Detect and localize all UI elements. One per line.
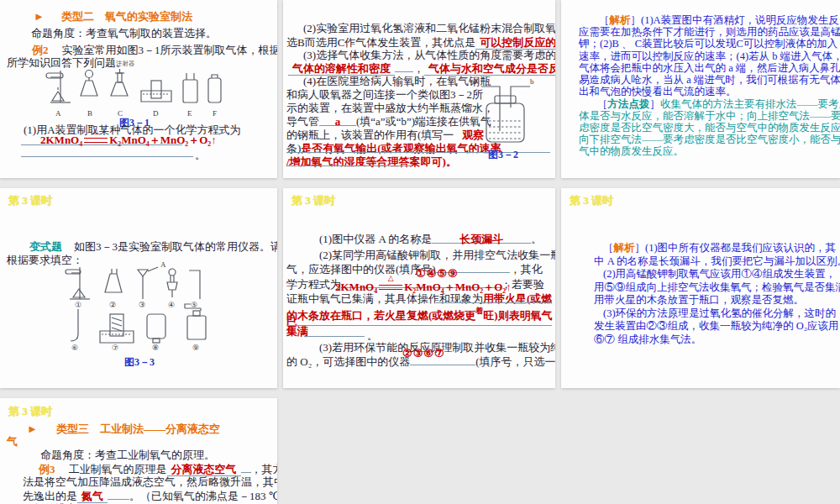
slide-type3-industrial: 第 3 课时 ►类型三 工业制法——分离液态空 气 命题角度：考查工业制氧气的原… <box>0 398 277 504</box>
slide-fill-in-questions: 第 3 课时 (1)图中仪器 A 的名称是长颈漏斗。 (2)某同学用高锰酸钾制取… <box>283 188 555 388</box>
item-label-7: ⑦ <box>112 344 118 352</box>
example2-line: 例2实验室常用如图3－1所示装置制取气体，根据 <box>32 44 277 56</box>
q1-line: (1)图中仪器 A 的名称是长颈漏斗。 <box>319 233 542 245</box>
tube-a-label: a <box>473 77 476 86</box>
lesson-badge: 第 3 课时 <box>570 193 613 208</box>
q2-text3: ，其化 <box>510 263 543 276</box>
item-a-pointer-label: A <box>160 260 166 269</box>
q4-line5: 的钢瓶上，该装置的作用有(填写一观察 <box>286 129 484 141</box>
example3-text: 工业制氧气的原理是 <box>69 463 167 475</box>
answer-underline <box>304 336 365 337</box>
q3-answer-2: 气体与水和空气成分是否反应 <box>424 62 555 76</box>
analysis2-text-2: (2)用高锰酸钾制取氧气应该用①④组成发生装置， <box>603 268 836 280</box>
slide-questions-2-3-4: (2)实验室用过氧化氢溶液和二氧化锰粉末混合制取氧气，不 选B而选用C作气体发生… <box>283 0 555 178</box>
lesson-badge: 第 3 课时 <box>8 404 52 419</box>
analysis2-line-1: 中 A 的名称是长颈漏斗，我们要把它与漏斗加以区别。 <box>594 255 840 268</box>
example3-answer-1: 分离液态空气 <box>167 463 241 476</box>
method-label: 方法点拨 <box>608 98 650 110</box>
variation-text-wrap: 根据要求填空： <box>7 254 83 266</box>
figure-3-3-apparatus: A ① ② ③ ④ ⑤ ⑥ ⑦ ⑧ ⑨ <box>46 265 256 353</box>
item-label-5: ⑤ <box>191 301 197 309</box>
variation-heading: 变式题如图3－3是实验室制取气体的常用仪器。请 <box>29 240 277 253</box>
q1-period: 。 <box>531 233 542 245</box>
q2-answer-line2: 的木条放在瓶口，若火星复燃(或燃烧更着旺)则表明氧气 <box>286 305 553 322</box>
analysis-text-6: 出和气泡的快慢看出气流的速率。 <box>579 86 737 97</box>
item-label-1: ① <box>75 301 81 309</box>
example3-line2: 法是将空气加压降温成液态空气，然后略微升温，其中 <box>23 475 277 488</box>
q4-text2: 和病人吸氧器之间连接一个类似图3－2所 <box>286 88 483 101</box>
example3-line: 例3工业制氧气的原理是分离液态空气，其方 <box>39 462 277 475</box>
example3-answer-2: 氮气 <box>77 490 108 503</box>
type2-heading: ►类型二 氧气的实验室制法 <box>34 10 192 23</box>
apparatus-label-b: B <box>87 109 92 118</box>
apparatus-drawing-3-1 <box>44 67 228 108</box>
bracket-open: ［ <box>599 14 610 26</box>
lesson-badge: 第 3 课时 <box>291 193 335 208</box>
analysis-line-3: 速率，进而可以控制反应的速率；(4)若从 b 端进入气体， <box>579 50 840 63</box>
delta-condition: △ <box>93 128 99 135</box>
period-mark: 。 <box>195 149 206 161</box>
bracket-open: ［ <box>603 242 614 254</box>
type2-title: 类型二 氧气的实验室制法 <box>61 10 192 23</box>
q3-answers-line: 气体的溶解性和密度，气体与水和空气成分是否反应。 <box>288 61 555 75</box>
method-line-3: 向下排空气法——要考虑密度是否比空气密度小，能否与空 <box>579 134 840 146</box>
exam-angle-line: 命题角度：考查工业制氧气的原理。 <box>40 449 215 461</box>
type3-title-wrap: 气 <box>7 435 18 448</box>
method-text-3: 向下排空气法——要考虑密度是否比空气密度小，能否与空 <box>579 134 840 145</box>
q3-text3: (填序号，只选一组)。 <box>475 355 555 368</box>
figure-3-2-bottle: a b 图3－2 <box>475 81 537 158</box>
blank-line <box>241 462 251 473</box>
double-line-icon <box>379 285 402 290</box>
q4-text5: (填“a”或“b”)端连接在供氧气 <box>356 115 491 128</box>
q4-text4: 导气管 <box>286 115 319 128</box>
item-label-8: ⑧ <box>152 344 159 352</box>
q2-answer-part2b: 旺)则表明氧气 <box>483 309 552 322</box>
equation-left: 2KMnO₄ <box>335 281 377 293</box>
analysis2-text-3: 用⑤⑨组成向上排空气法收集氧气；检验氧气是否集满 <box>594 281 840 293</box>
analysis2-line-6: 发生装置由②③组成，收集一瓶较为纯净的 O₂应该用 <box>594 320 839 333</box>
analysis-line-0: ［解析］(1)A装置图中有酒精灯，说明反应物发生反 <box>599 14 839 27</box>
reaction-condition-sign: △ <box>379 285 402 290</box>
slide-analysis-2: 第 3 课时 ［解析］(1)图中所有仪器都是我们应该认识的，其 中 A 的名称是… <box>561 188 840 388</box>
example3-line3: 先逸出的是氮气。（已知氧气的沸点是－183 ℃， <box>23 489 277 502</box>
example3-label: 例3 <box>39 463 55 475</box>
q4-line3: 示的装置，在装置中盛放大约半瓶蒸馏水， <box>286 102 494 114</box>
exam-angle-text: 命题角度：考查工业制氧气的原理。 <box>40 449 215 461</box>
blank-line <box>395 61 413 72</box>
analysis-line-4: 气体将会把瓶中的水压入出气的 a 端，然后进入病人鼻孔， <box>579 62 840 75</box>
variation-text-2: 根据要求填空： <box>7 254 83 266</box>
analysis-text-1: 应需要在加热条件下才能进行，则选用的药品应该是高锰酸 <box>579 26 840 38</box>
analysis2-text-6: 发生装置由②③组成，收集一瓶较为纯净的 O₂应该用 <box>594 320 839 332</box>
q4-text3: 示的装置，在装置中盛放大约半瓶蒸馏水， <box>286 102 494 114</box>
q4-text6: 的钢瓶上，该装置的作用有(填写一 <box>286 129 454 141</box>
answer-underline <box>286 165 412 166</box>
variation-label: 变式题 <box>29 240 62 253</box>
q3-text1: (3)选择气体收集方法，从气体性质的角度需要考虑的因素是 <box>303 49 555 61</box>
blank-line <box>410 354 475 365</box>
q1-answer: 长颈漏斗 <box>459 233 503 245</box>
method-line-4: 气中的物质发生反应。 <box>579 145 684 158</box>
analysis2-line-5: (3)环保的方法原理是过氧化氢的催化分解，这时的 <box>603 307 836 320</box>
q2-equation-answer: 2KMnO₄△K₂MnO₄＋MnO₂＋O₂↑ <box>335 281 512 293</box>
blank-with-answer: 长颈漏斗 <box>432 233 531 244</box>
analysis-text-3: 速率，进而可以控制反应的速率；(4)若从 b 端进入气体， <box>579 50 840 62</box>
analysis2-line-0: ［解析］(1)图中所有仪器都是我们应该认识的，其 <box>603 242 836 255</box>
equation-answer: 2KMnO₄△K₂MnO₄＋MnO₂＋O₂↑ <box>40 134 217 146</box>
example3-text-3: 法是将空气加压降温成液态空气，然后略微升温，其中 <box>23 475 277 488</box>
answer-underline <box>286 325 552 326</box>
q2-line1: (2)实验室用过氧化氢溶液和二氧化锰粉末混合制取氧气，不 <box>303 22 555 34</box>
bracket-close: ］ <box>631 14 642 26</box>
analysis-text-0: (1)A装置图中有酒精灯，说明反应物发生反 <box>641 14 839 26</box>
q2-text1: (2)实验室用过氧化氢溶液和二氧化锰粉末混合制取氧气，不 <box>303 22 555 34</box>
q2-period-text: 。 <box>367 329 378 342</box>
analysis-label: 解析 <box>610 14 631 26</box>
method-line-2: 虑密度是否比空气密度大，能否与空气中的物质发生反应； <box>579 122 840 134</box>
q2-period: 。 <box>367 329 378 342</box>
figure-3-2-caption: 图3－2 <box>488 148 518 162</box>
q2-answer-part2a: 的木条放在瓶口，若火星复燃(或燃烧更 <box>286 309 475 322</box>
blank-line <box>108 489 129 500</box>
analysis2-line-3: 用⑤⑨组成向上排空气法收集氧气；检验氧气是否集满 <box>594 281 840 294</box>
q4-line4: 导气管a(填“a”或“b”)端连接在供氧气 <box>286 115 491 128</box>
blank-with-answer: a <box>319 115 356 126</box>
item-label-4: ④ <box>168 301 175 309</box>
